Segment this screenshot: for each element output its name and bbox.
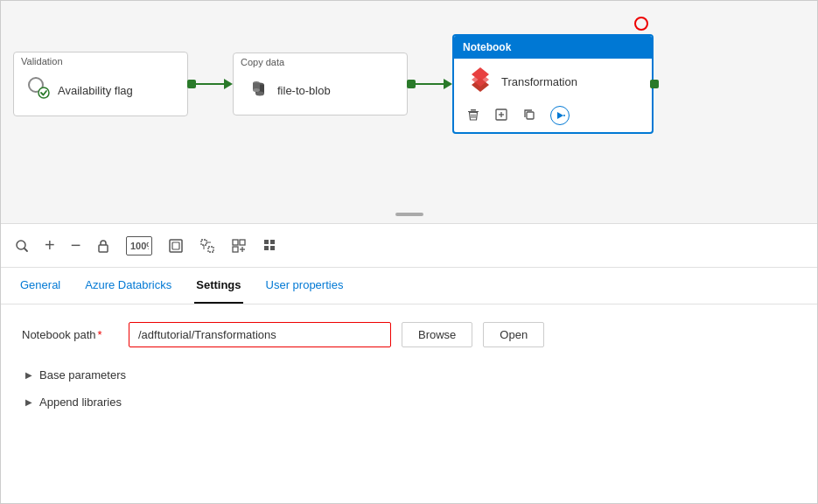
tabs-bar: General Azure Databricks Settings User p… [1,268,817,304]
required-indicator: * [98,328,102,341]
arrange-icon[interactable] [231,238,247,254]
fit-view-icon[interactable] [168,238,184,254]
svg-rect-29 [201,240,206,245]
svg-text:100%: 100% [130,241,149,251]
copy-data-node[interactable]: Copy data [233,52,408,116]
notebook-path-input[interactable] [129,322,391,347]
svg-rect-33 [233,240,238,245]
svg-rect-41 [270,246,275,250]
minus-icon[interactable]: − [71,235,81,256]
tab-settings[interactable]: Settings [194,268,242,304]
svg-rect-35 [233,247,238,252]
copy-node-body: file-to-blob [234,69,407,115]
svg-rect-34 [240,240,245,245]
svg-rect-39 [270,240,275,244]
grid-icon[interactable] [262,238,278,254]
bottom-panel: General Azure Databricks Settings User p… [1,268,817,433]
copy-node-header: Copy data [234,53,407,69]
zoom-100-icon[interactable]: 100% [126,236,152,256]
clone-icon[interactable] [522,108,536,124]
pipeline-canvas: Validation Availability flag [1,1,817,224]
notebook-path-label: Notebook path* [22,328,118,341]
conn-arrow-1 [224,79,233,89]
collapse-handle[interactable] [395,213,423,216]
notebook-node-header: Notebook [454,36,652,59]
svg-rect-20 [527,112,534,119]
notebook-node-actions [454,102,652,132]
base-parameters-label: Base parameters [39,368,126,382]
tab-general[interactable]: General [18,268,62,304]
copy-data-icon [246,76,270,104]
red-circle-indicator [634,17,648,31]
append-libraries-row[interactable]: ▶ Append libraries [22,388,796,416]
select-icon[interactable] [199,238,215,254]
base-parameters-chevron: ▶ [25,370,32,380]
validation-node-header: Validation [14,52,187,68]
connector-2 [408,79,452,89]
svg-rect-38 [264,240,269,244]
activity-run-icon[interactable] [494,108,508,124]
run-icon[interactable] [550,106,570,125]
tab-azure-databricks[interactable]: Azure Databricks [83,268,173,304]
canvas-toolbar: + − 100% [1,224,817,268]
conn-line-1 [195,83,225,85]
validation-node-wrapper: Validation Availability flag [13,52,233,116]
svg-rect-13 [468,111,479,112]
notebook-path-row: Notebook path* Browse Open [22,322,796,347]
append-libraries-chevron: ▶ [25,397,32,407]
lock-icon[interactable] [96,238,110,254]
delete-icon[interactable] [466,108,480,124]
append-libraries-label: Append libraries [39,396,122,409]
svg-rect-28 [172,242,179,249]
svg-rect-12 [471,109,476,111]
connector-1 [188,79,233,89]
settings-content: Notebook path* Browse Open ▶ Base parame… [1,304,817,433]
notebook-node-label: Transformation [501,75,577,88]
databricks-icon [466,66,494,97]
svg-point-5 [255,92,264,96]
svg-rect-40 [264,246,269,250]
conn-line-2 [415,83,444,85]
notebook-node[interactable]: Notebook Transformation [452,34,654,134]
pipeline-flow: Validation Availability flag [13,34,654,134]
notebook-node-wrapper: Notebook Transformation [452,34,654,134]
base-parameters-row[interactable]: ▶ Base parameters [22,361,796,388]
svg-line-24 [24,248,27,251]
validation-node-label: Availability flag [58,84,133,97]
validation-node-body: Availability flag [14,68,187,116]
browse-button[interactable]: Browse [402,322,472,347]
validation-node[interactable]: Validation Availability flag [13,52,188,116]
svg-point-2 [38,88,49,98]
open-button[interactable]: Open [483,322,544,347]
search-toolbar-icon[interactable] [15,239,29,253]
svg-marker-21 [557,112,563,119]
svg-rect-30 [208,247,213,252]
svg-rect-25 [99,245,108,252]
copy-node-wrapper: Copy data [233,52,452,116]
validation-icon [26,75,51,105]
tab-user-properties[interactable]: User properties [264,268,346,304]
add-icon[interactable]: + [45,235,55,256]
node-output-port[interactable] [650,80,659,88]
svg-rect-27 [170,240,182,252]
svg-point-8 [253,88,260,92]
notebook-node-body: Transformation [454,59,652,102]
conn-arrow-2 [444,79,452,89]
copy-node-label: file-to-blob [277,84,331,97]
